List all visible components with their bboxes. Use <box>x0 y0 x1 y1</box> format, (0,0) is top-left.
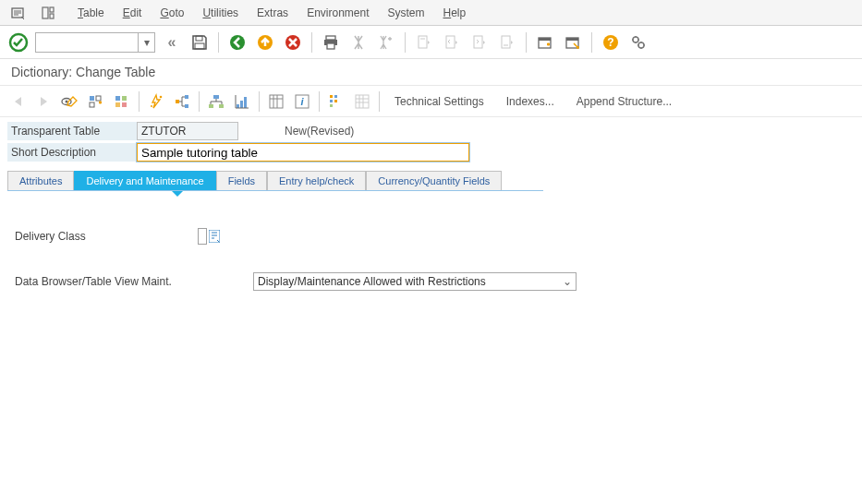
svg-rect-36 <box>176 100 179 103</box>
svg-rect-39 <box>213 95 219 99</box>
display-toggle-icon[interactable] <box>59 90 81 113</box>
svg-rect-44 <box>244 97 247 108</box>
check-icon[interactable] <box>111 90 133 113</box>
svg-rect-3 <box>50 14 54 18</box>
status-text: New(Revised) <box>285 125 354 138</box>
tab-attributes[interactable]: Attributes <box>7 171 74 190</box>
svg-rect-29 <box>90 102 94 107</box>
svg-rect-41 <box>219 104 224 108</box>
active-tab-indicator <box>172 191 183 197</box>
cancel-icon[interactable] <box>282 31 304 54</box>
svg-rect-2 <box>50 7 54 12</box>
append-structure-button[interactable]: Append Structure... <box>567 91 681 112</box>
enter-icon[interactable] <box>7 31 30 54</box>
hierarchy-icon[interactable] <box>205 90 227 113</box>
contents-icon[interactable] <box>265 90 287 113</box>
nav-back-icon[interactable] <box>7 90 30 113</box>
menu-goto[interactable]: Goto <box>160 6 184 19</box>
svg-rect-40 <box>209 104 213 108</box>
svg-rect-52 <box>334 100 337 102</box>
delivery-class-label: Delivery Class <box>13 230 198 243</box>
transparent-table-value: ZTUTOR <box>137 122 238 140</box>
data-browser-label: Data Browser/Table View Maint. <box>13 275 253 288</box>
back-icon[interactable] <box>226 31 249 54</box>
svg-rect-18 <box>539 38 551 41</box>
tab-content: Delivery Class Data Browser/Table View M… <box>0 200 862 346</box>
new-session-icon[interactable] <box>534 31 556 54</box>
tabstrip: Attributes Delivery and Maintenance Fiel… <box>7 171 543 191</box>
tab-currency-quantity[interactable]: Currency/Quantity Fields <box>366 171 502 190</box>
menu-utilities[interactable]: Utilities <box>202 6 238 19</box>
svg-rect-12 <box>327 43 334 49</box>
menu-environment[interactable]: Environment <box>307 6 369 19</box>
svg-rect-1 <box>42 7 48 18</box>
svg-rect-16 <box>502 36 510 48</box>
srch-help-icon[interactable] <box>325 90 347 113</box>
svg-point-7 <box>230 35 245 50</box>
svg-point-23 <box>633 37 638 42</box>
menu-extras[interactable]: Extras <box>257 6 288 19</box>
menu-bar: Tabledocument.currentScript.previousElem… <box>0 0 862 26</box>
svg-rect-32 <box>115 102 120 107</box>
find-next-icon[interactable] <box>375 31 397 54</box>
menu-edit[interactable]: Edit <box>123 6 142 19</box>
svg-point-26 <box>66 100 68 102</box>
tab-entry-help[interactable]: Entry help/check <box>267 171 366 190</box>
table-maint-icon[interactable] <box>351 90 373 113</box>
tab-delivery-maintenance[interactable]: Delivery and Maintenance <box>74 171 215 190</box>
activate-icon[interactable] <box>145 90 167 113</box>
svg-point-35 <box>151 105 152 107</box>
print-icon[interactable] <box>320 31 342 54</box>
exit-icon[interactable] <box>254 31 276 54</box>
svg-rect-28 <box>96 96 101 101</box>
data-browser-select[interactable]: Display/Maintenance Allowed with Restric… <box>253 272 577 291</box>
svg-rect-14 <box>446 36 455 48</box>
short-description-label: Short Description <box>7 143 137 162</box>
shortcut-icon[interactable] <box>562 31 584 54</box>
info-icon[interactable]: i <box>291 90 313 113</box>
nav-forward-icon[interactable] <box>33 90 55 113</box>
find-icon[interactable] <box>347 31 370 54</box>
where-used-icon[interactable] <box>171 90 193 113</box>
svg-rect-13 <box>419 36 427 48</box>
prev-page-icon[interactable] <box>441 31 463 54</box>
svg-rect-51 <box>334 95 337 98</box>
tab-fields[interactable]: Fields <box>216 171 267 190</box>
last-page-icon[interactable] <box>496 31 518 54</box>
svg-point-24 <box>638 42 644 48</box>
menu-dropdown-icon[interactable] <box>7 2 30 24</box>
customize-icon[interactable] <box>627 31 650 54</box>
svg-rect-53 <box>356 95 369 108</box>
data-browser-value: Display/Maintenance Allowed with Restric… <box>258 275 486 288</box>
svg-rect-6 <box>195 43 204 49</box>
technical-settings-button[interactable]: Technical Settings <box>385 91 493 112</box>
svg-rect-48 <box>330 95 333 98</box>
indexes-button[interactable]: Indexes... <box>497 91 564 112</box>
svg-point-34 <box>160 95 163 98</box>
svg-rect-27 <box>90 96 94 101</box>
help-icon[interactable]: ? <box>600 31 622 54</box>
screen-title: Dictionary: Change Table <box>0 59 862 86</box>
form-header: Transparent Table ZTUTOR New(Revised) Sh… <box>0 117 862 167</box>
menu-system[interactable]: System <box>388 6 425 19</box>
chevron-down-icon[interactable]: ▾ <box>138 33 154 52</box>
svg-rect-30 <box>115 96 120 101</box>
menu-help[interactable]: Help <box>443 6 467 19</box>
svg-text:i: i <box>300 96 304 107</box>
save-icon[interactable] <box>188 31 211 54</box>
collapse-icon[interactable]: « <box>161 31 183 54</box>
chevron-down-icon[interactable]: ⌄ <box>563 275 572 288</box>
svg-rect-42 <box>237 104 239 108</box>
layout-icon[interactable] <box>37 2 59 24</box>
svg-rect-45 <box>270 95 283 108</box>
short-description-input[interactable] <box>137 143 469 162</box>
command-field[interactable]: ▾ <box>35 32 155 53</box>
first-page-icon[interactable] <box>413 31 435 54</box>
next-page-icon[interactable] <box>468 31 491 54</box>
graphic-icon[interactable] <box>231 90 253 113</box>
svg-rect-49 <box>330 100 333 102</box>
delivery-class-input[interactable] <box>198 228 207 245</box>
menu-table[interactable]: Tabledocument.currentScript.previousElem… <box>78 6 104 19</box>
f4-help-icon[interactable] <box>209 230 220 243</box>
other-object-icon[interactable] <box>85 90 107 113</box>
